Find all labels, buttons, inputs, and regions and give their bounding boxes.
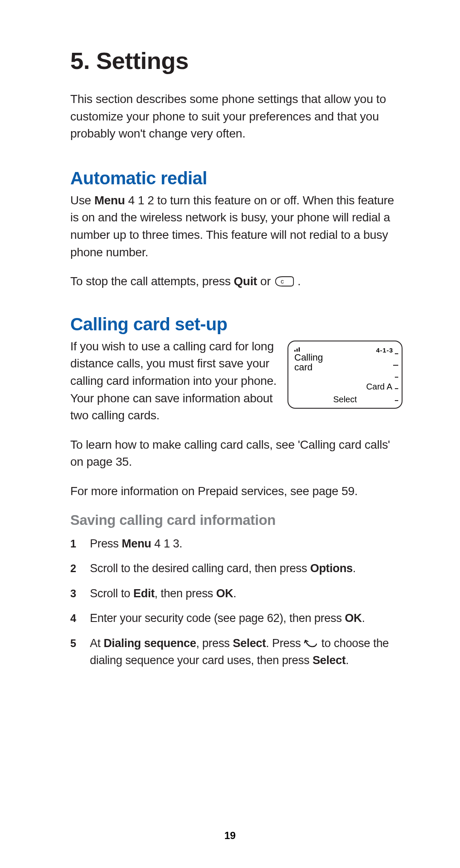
bold-text: Menu <box>122 537 151 550</box>
subsection-heading: Saving calling card information <box>70 512 402 528</box>
text: . <box>362 612 365 625</box>
text: . <box>345 654 348 667</box>
text: . <box>233 587 236 600</box>
step-item: Scroll to the desired calling card, then… <box>70 560 402 577</box>
intro-paragraph: This section describes some phone settin… <box>70 91 402 143</box>
step-item: Enter your security code (see page 62), … <box>70 610 402 627</box>
bold-text: Options <box>310 562 353 575</box>
screen-title: Calling card <box>294 352 323 372</box>
text: . <box>353 562 356 575</box>
text: or <box>257 275 274 288</box>
section-calling-card-setup: Calling card set-up 4-1-3 Calling card C… <box>70 314 402 669</box>
text: , then press <box>155 587 216 600</box>
bold-text: Edit <box>133 587 155 600</box>
down-scroll-icon <box>304 636 318 645</box>
steps-list: Press Menu 4 1 3. Scroll to the desired … <box>70 535 402 669</box>
bold-text: Select <box>313 654 346 667</box>
text: , press <box>196 637 233 650</box>
bold-text: OK <box>216 587 233 600</box>
step-item: Scroll to Edit, then press OK. <box>70 585 402 602</box>
step-item: At Dialing sequence, press Select. Press… <box>70 635 402 669</box>
text: Enter your security code (see page 62), … <box>90 612 345 625</box>
text: Scroll to the desired calling card, then… <box>90 562 310 575</box>
page-number: 19 <box>0 830 460 842</box>
section-heading-automatic-redial: Automatic redial <box>70 168 402 189</box>
text: To stop the call attempts, press <box>70 275 234 288</box>
section-automatic-redial: Automatic redial Use Menu 4 1 2 to turn … <box>70 168 402 290</box>
text: 4 1 3. <box>151 537 182 550</box>
text: At <box>90 637 104 650</box>
paragraph: To learn how to make calling card calls,… <box>70 436 402 471</box>
c-key-icon: c <box>274 275 294 288</box>
paragraph: To stop the call attempts, press Quit or… <box>70 273 402 290</box>
chapter-name: Settings <box>96 47 189 74</box>
svg-rect-2 <box>296 349 298 352</box>
step-item: Press Menu 4 1 3. <box>70 535 402 553</box>
bold-text: OK <box>345 612 362 625</box>
paragraph: Use Menu 4 1 2 to turn this feature on o… <box>70 192 402 261</box>
bold-text: Dialing sequence <box>104 637 196 650</box>
svg-text:c: c <box>281 278 284 285</box>
scroll-indicator <box>397 353 398 401</box>
text: . <box>294 275 301 288</box>
screen-current-value: Card A <box>366 382 392 392</box>
bold-text: Menu <box>94 194 125 207</box>
text: Press <box>90 537 122 550</box>
bold-text: Quit <box>234 275 257 288</box>
text: Use <box>70 194 94 207</box>
menu-index: 4-1-3 <box>376 347 393 354</box>
svg-rect-3 <box>299 347 300 352</box>
chapter-number: 5. <box>70 47 90 74</box>
section-heading-calling-card: Calling card set-up <box>70 314 402 335</box>
chapter-title: 5. Settings <box>70 47 402 74</box>
svg-rect-1 <box>294 350 296 352</box>
text: . Press <box>266 637 304 650</box>
phone-screen-illustration: 4-1-3 Calling card Card A Select <box>288 341 402 409</box>
text: Scroll to <box>90 587 133 600</box>
screen-softkey: Select <box>288 395 402 404</box>
paragraph: For more information on Prepaid services… <box>70 483 402 500</box>
bold-text: Select <box>233 637 266 650</box>
